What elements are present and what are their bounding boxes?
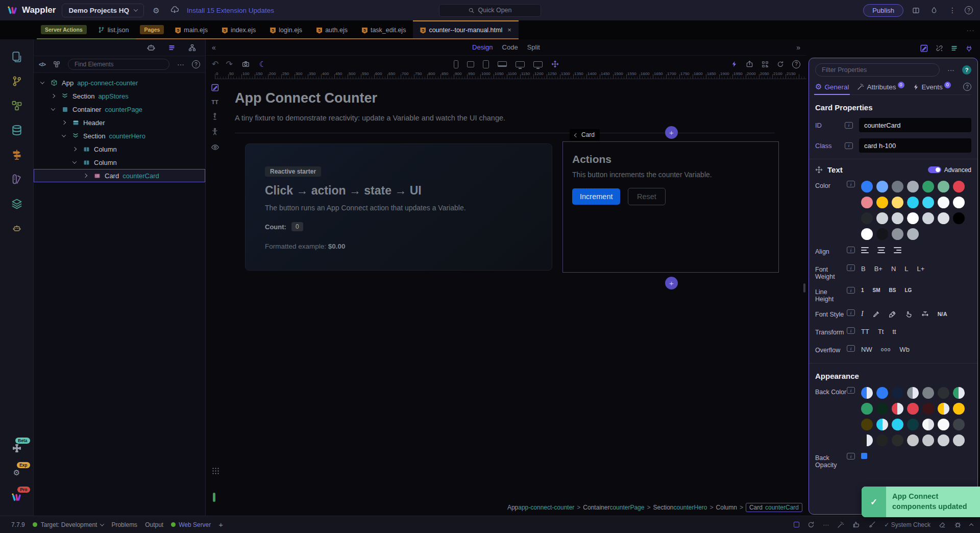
color-swatch[interactable] <box>861 212 873 224</box>
brush-icon[interactable] <box>868 521 876 528</box>
breadcrumb-item[interactable]: SectioncounterHero <box>653 504 707 511</box>
color-swatch[interactable] <box>953 212 965 224</box>
file-tab[interactable]: 5main.ejs <box>168 20 215 38</box>
color-swatch[interactable] <box>892 212 903 224</box>
color-swatch[interactable] <box>892 434 903 446</box>
tree-item-counterPage[interactable]: ContainercounterPage <box>34 103 205 116</box>
mode-code[interactable]: Code <box>502 43 518 51</box>
info-icon[interactable]: i <box>847 345 855 352</box>
color-swatch[interactable] <box>892 197 903 208</box>
redo-icon[interactable]: ↷ <box>226 59 232 69</box>
tree-item-appStores[interactable]: SectionappStores <box>34 89 205 103</box>
color-swatch[interactable] <box>938 403 949 415</box>
sitemap-view-icon[interactable] <box>186 41 198 54</box>
color-swatch[interactable] <box>907 228 919 240</box>
expander-closed-icon[interactable] <box>81 174 89 177</box>
find-elements-input[interactable] <box>68 59 169 70</box>
layout-panels-icon[interactable] <box>910 4 922 16</box>
plugin-icon[interactable] <box>965 44 973 52</box>
sidebar-item-ai-assistant-panel[interactable] <box>6 217 28 239</box>
class-input[interactable] <box>859 138 971 153</box>
tree-help-icon[interactable]: ? <box>192 60 200 68</box>
web-server-button[interactable]: Web Server <box>179 521 211 528</box>
color-swatch[interactable] <box>953 434 965 446</box>
option-sm[interactable]: SM <box>873 287 880 293</box>
color-swatch[interactable] <box>953 419 965 430</box>
code-view-icon[interactable]: </> <box>39 61 45 67</box>
kebab-menu-icon[interactable]: ⋮ <box>946 4 959 16</box>
color-swatch[interactable] <box>861 197 873 208</box>
extension-updates-link[interactable]: Install 15 Extension Updates <box>187 7 274 14</box>
filter-properties-input[interactable] <box>815 63 940 77</box>
mode-split[interactable]: Split <box>527 43 540 51</box>
phone-device-icon[interactable] <box>454 60 458 68</box>
sidebar-item-routing-panel[interactable] <box>6 143 28 166</box>
expander-open-icon[interactable] <box>38 81 46 84</box>
color-swatch[interactable] <box>861 228 873 240</box>
ai-sparkles-icon[interactable] <box>837 521 844 528</box>
list-view-icon[interactable] <box>165 41 178 54</box>
sidebar-item-layers-panel[interactable] <box>6 192 28 215</box>
properties-tab-help-icon[interactable]: ? <box>963 83 971 91</box>
publish-button[interactable]: Publish <box>863 4 903 17</box>
option-tt[interactable]: TT <box>861 328 869 335</box>
color-swatch[interactable] <box>922 212 934 224</box>
drag-section-icon[interactable] <box>815 166 823 174</box>
laptop-device-icon[interactable] <box>498 61 507 67</box>
color-swatch[interactable] <box>953 387 965 399</box>
color-swatch[interactable] <box>876 434 888 446</box>
color-swatch[interactable] <box>922 403 934 415</box>
color-swatch[interactable] <box>922 387 934 399</box>
color-swatch[interactable] <box>861 419 873 430</box>
color-swatch[interactable] <box>892 387 903 399</box>
option-b[interactable]: B+ <box>874 265 883 273</box>
unlink-icon[interactable] <box>936 44 943 52</box>
align-right-icon[interactable] <box>894 247 901 253</box>
tree-item-header[interactable]: Header <box>34 116 205 129</box>
color-swatch[interactable] <box>861 181 873 192</box>
align-left-icon[interactable] <box>861 247 869 253</box>
color-swatch[interactable] <box>876 228 888 240</box>
tree-item-counterHero[interactable]: SectioncounterHero <box>34 129 205 142</box>
debug-bug-icon[interactable] <box>954 521 962 528</box>
breadcrumb-item[interactable]: Appapp-connect-counter <box>507 504 574 511</box>
format-list-icon[interactable] <box>950 44 958 52</box>
qr-preview-icon[interactable] <box>762 61 769 68</box>
free-resize-icon[interactable] <box>551 60 559 68</box>
tree-item-counterCard[interactable]: CardcounterCard <box>34 169 205 182</box>
advanced-toggle[interactable] <box>928 166 941 173</box>
tree-item-app-connect-counter[interactable]: Appapp-connect-counter <box>34 76 205 89</box>
tab-attributes[interactable]: Attributes0 <box>857 83 904 91</box>
color-swatch[interactable] <box>938 212 949 224</box>
info-icon[interactable]: i <box>845 142 853 149</box>
reactive-starter-card[interactable]: Reactive starter Click → action → state … <box>245 143 552 271</box>
expander-closed-icon[interactable] <box>49 94 57 98</box>
project-selector[interactable]: Demo Projects HQ <box>62 4 144 17</box>
opacity-color-chip[interactable] <box>861 453 867 459</box>
info-icon[interactable]: i <box>847 327 855 334</box>
id-input[interactable] <box>859 118 971 132</box>
color-swatch[interactable] <box>938 181 949 192</box>
dark-mode-moon-icon[interactable]: ☾ <box>259 60 266 69</box>
breadcrumb-item[interactable]: ContainercounterPage <box>583 504 644 511</box>
color-swatch[interactable] <box>922 434 934 446</box>
settings-gear-icon[interactable]: ⚙ <box>150 4 162 16</box>
selected-element-tag[interactable]: Card <box>570 129 600 140</box>
help-icon[interactable]: ? <box>965 6 973 14</box>
color-swatch[interactable] <box>907 197 919 208</box>
sidebar-item-git-panel[interactable] <box>6 70 28 92</box>
add-target-icon[interactable]: + <box>218 520 223 529</box>
info-icon[interactable]: i <box>847 453 855 459</box>
color-swatch[interactable] <box>876 181 888 192</box>
align-center-icon[interactable] <box>877 247 885 253</box>
color-swatch[interactable] <box>907 387 919 399</box>
color-swatch[interactable] <box>892 403 903 415</box>
system-check-button[interactable]: ✓ System Check <box>884 521 930 528</box>
option-1[interactable]: 1 <box>861 287 864 293</box>
sidebar-item-beta-features[interactable]: Beta <box>6 437 28 459</box>
open-in-browser-icon[interactable] <box>746 60 753 68</box>
accessibility-icon[interactable] <box>211 128 219 136</box>
reload-icon[interactable] <box>807 521 815 528</box>
expander-open-icon[interactable] <box>49 108 57 111</box>
target-selector[interactable]: Target: Development <box>41 521 97 528</box>
